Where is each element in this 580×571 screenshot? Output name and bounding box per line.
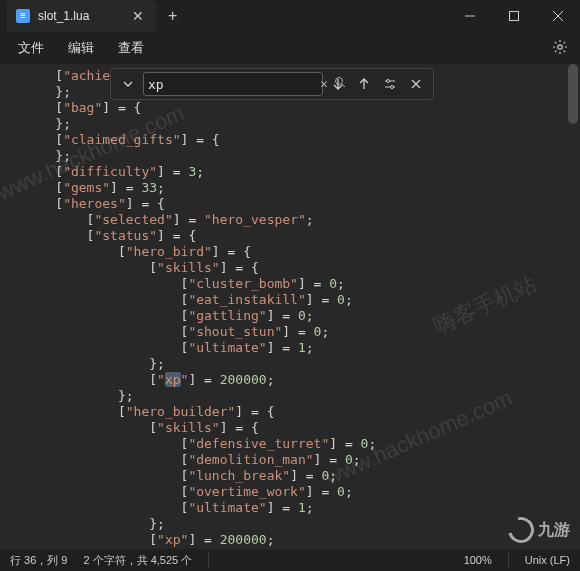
tab-close-icon[interactable]: ✕ bbox=[128, 6, 148, 26]
status-separator bbox=[508, 553, 509, 567]
find-input-wrap: ✕ bbox=[143, 72, 323, 96]
menu-view[interactable]: 查看 bbox=[108, 35, 154, 61]
status-separator bbox=[208, 553, 209, 567]
minimize-button[interactable] bbox=[448, 0, 492, 32]
svg-rect-1 bbox=[510, 12, 519, 21]
status-eol[interactable]: Unix (LF) bbox=[525, 554, 570, 566]
tab-active[interactable]: slot_1.lua ✕ bbox=[6, 0, 156, 32]
titlebar: slot_1.lua ✕ + bbox=[0, 0, 580, 32]
scroll-thumb[interactable] bbox=[568, 64, 578, 124]
status-selection[interactable]: 2 个字符，共 4,525 个 bbox=[83, 553, 192, 568]
find-bar: ✕ bbox=[110, 68, 434, 100]
window-controls bbox=[448, 0, 580, 32]
find-options-icon[interactable] bbox=[379, 73, 401, 95]
code-content[interactable]: ["achievement"]... }; ["bag"] = { }; ["c… bbox=[24, 68, 580, 549]
close-button[interactable] bbox=[536, 0, 580, 32]
corner-logo: 九游 bbox=[498, 511, 580, 549]
file-icon bbox=[16, 9, 30, 23]
tab-title: slot_1.lua bbox=[38, 9, 120, 23]
scrollbar[interactable] bbox=[568, 64, 578, 549]
editor-area[interactable]: ✕ ["achievement"]... }; ["bag"] = { }; [… bbox=[0, 64, 580, 549]
svg-point-4 bbox=[558, 44, 562, 48]
logo-icon bbox=[503, 512, 539, 548]
menu-edit[interactable]: 编辑 bbox=[58, 35, 104, 61]
svg-point-10 bbox=[391, 86, 394, 89]
svg-point-9 bbox=[387, 80, 390, 83]
chevron-down-icon[interactable] bbox=[117, 73, 139, 95]
menubar: 文件 编辑 查看 bbox=[0, 32, 580, 64]
status-zoom[interactable]: 100% bbox=[464, 554, 492, 566]
menu-file[interactable]: 文件 bbox=[8, 35, 54, 61]
status-position[interactable]: 行 36，列 9 bbox=[10, 553, 67, 568]
find-close-icon[interactable] bbox=[405, 73, 427, 95]
statusbar: 行 36，列 9 2 个字符，共 4,525 个 100% Unix (LF) bbox=[0, 549, 580, 571]
maximize-button[interactable] bbox=[492, 0, 536, 32]
find-next-icon[interactable] bbox=[327, 73, 349, 95]
find-input[interactable] bbox=[148, 77, 317, 92]
new-tab-button[interactable]: + bbox=[168, 7, 177, 25]
logo-text: 九游 bbox=[538, 520, 570, 541]
settings-icon[interactable] bbox=[548, 35, 572, 62]
find-prev-icon[interactable] bbox=[353, 73, 375, 95]
